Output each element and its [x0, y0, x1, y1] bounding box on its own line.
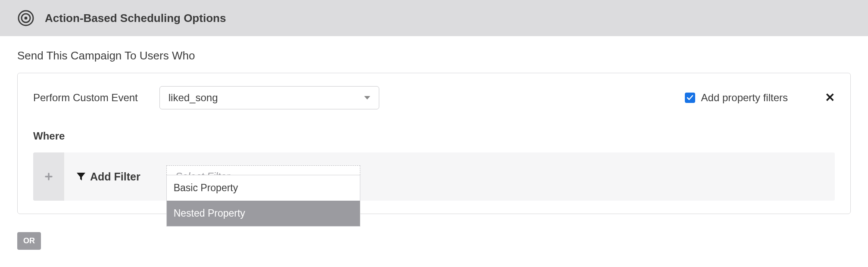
where-label: Where [33, 130, 835, 142]
event-row: Perform Custom Event liked_song Add prop… [33, 86, 835, 109]
add-filter-label: Add Filter [90, 171, 141, 183]
add-filter-section: Add Filter [64, 152, 166, 201]
page-title: Action-Based Scheduling Options [45, 12, 226, 25]
filter-dropdown-menu: Basic Property Nested Property [166, 175, 360, 227]
header-bar: Action-Based Scheduling Options [0, 0, 868, 36]
property-filters-checkbox-group[interactable]: Add property filters [685, 92, 788, 104]
section-subtitle: Send This Campaign To Users Who [17, 49, 851, 62]
filter-icon [76, 172, 86, 181]
event-select[interactable]: liked_song [159, 86, 379, 109]
target-icon [17, 9, 34, 27]
filter-row: Add Filter Select Filter... Basic Proper… [33, 152, 835, 201]
event-select-value: liked_song [169, 92, 218, 104]
property-filters-label: Add property filters [701, 92, 788, 104]
content-area: Send This Campaign To Users Who Perform … [0, 36, 868, 263]
filter-select-wrapper: Select Filter... Basic Property Nested P… [166, 152, 360, 201]
caret-down-icon [364, 96, 370, 99]
add-row-button[interactable] [33, 152, 64, 201]
close-icon[interactable]: ✕ [825, 92, 835, 104]
property-filters-checkbox[interactable] [685, 93, 695, 103]
event-label: Perform Custom Event [33, 92, 138, 104]
or-button[interactable]: OR [17, 232, 41, 250]
svg-point-2 [25, 17, 28, 20]
filter-option-basic[interactable]: Basic Property [167, 175, 360, 201]
filter-option-nested[interactable]: Nested Property [167, 201, 360, 226]
event-box: Perform Custom Event liked_song Add prop… [17, 73, 851, 214]
